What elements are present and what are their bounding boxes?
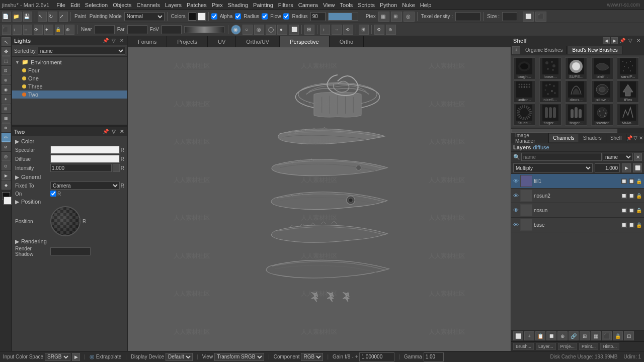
diffuse-swatch[interactable] [50, 155, 120, 163]
menu-painting[interactable]: Painting [251, 2, 275, 8]
tool-b2[interactable]: ⊡ [2, 66, 11, 75]
tab-brads-brushes[interactable]: Brad's New Brushes [568, 46, 622, 54]
position-reset[interactable]: R [83, 219, 86, 224]
component-dropdown[interactable]: RGB [301, 353, 323, 361]
menu-patches[interactable]: Patches [185, 2, 209, 8]
tool-a3[interactable]: ↔ [23, 25, 32, 35]
layer-nosun[interactable]: 👁 nosun 🔲 🔲 🔒 [511, 203, 644, 218]
tool-b14[interactable]: ◆ [2, 180, 11, 190]
save-btn[interactable]: 💾 [23, 12, 32, 22]
tree-item-one[interactable]: One [12, 74, 127, 82]
tab-image-manager[interactable]: Image Manager [511, 132, 549, 145]
view-btn1[interactable]: ◉ [231, 25, 241, 35]
blend-opts-btn[interactable]: ▶ [622, 163, 631, 172]
scale-btn[interactable]: ⤢ [59, 12, 68, 22]
tree-item-two[interactable]: Two [12, 90, 127, 99]
tool-b13[interactable]: ▶ [2, 171, 11, 180]
tab-ortho-uv[interactable]: Ortho/UV [236, 36, 280, 47]
rm-pin[interactable]: 📌 [626, 135, 632, 142]
color-space-dropdown[interactable]: SRGB [45, 353, 70, 361]
color-swatch-white[interactable] [198, 13, 206, 21]
fov-input[interactable] [162, 25, 182, 34]
histo-label-btn[interactable]: Histo... [600, 343, 619, 350]
brush-birdf[interactable]: birdf... [591, 57, 613, 79]
near-input[interactable] [95, 25, 115, 34]
layers-search-input[interactable] [521, 153, 602, 161]
color-swatch-black[interactable] [188, 13, 196, 21]
ptex-btn2[interactable]: ⊞ [391, 12, 402, 22]
tree-item-four[interactable]: Four [12, 66, 127, 74]
render-shadow-input[interactable] [50, 247, 91, 255]
rm-close[interactable]: ✕ [638, 135, 644, 142]
new-btn[interactable]: 📄 [2, 12, 11, 22]
menu-filters[interactable]: Filters [276, 2, 295, 8]
layer-tool-10[interactable]: 🔒 [613, 331, 623, 340]
gamma-input[interactable] [424, 352, 444, 361]
two-expand-btn[interactable]: ▽ [110, 128, 117, 135]
tool-a2[interactable]: ↕ [13, 25, 22, 35]
layer-eye-nosun[interactable]: 👁 [513, 207, 519, 213]
layer-label-btn[interactable]: Layer... [536, 343, 556, 350]
menu-ptex[interactable]: Ptex [210, 2, 225, 8]
brush-trex[interactable]: tRex [617, 80, 639, 103]
layer-tool-8[interactable]: ▦ [591, 331, 601, 340]
tool-b11[interactable]: ◎ [2, 152, 11, 161]
layer-tool-11[interactable]: ⊡ [624, 331, 634, 340]
brush-nices[interactable]: niceS... [539, 80, 561, 103]
brush-tough[interactable]: tough... [513, 57, 535, 79]
texel-density-input[interactable] [455, 12, 480, 21]
diffuse-reset[interactable]: R [121, 156, 124, 162]
brush-sandp[interactable]: sandP... [617, 57, 639, 79]
tree-item-three[interactable]: Three [12, 82, 127, 90]
specular-swatch[interactable] [50, 146, 120, 154]
sort-dropdown[interactable]: name [38, 47, 125, 55]
tool-pan[interactable]: ✥ [2, 47, 11, 56]
on-checkbox[interactable] [50, 191, 56, 197]
intensity-reset[interactable]: R [121, 165, 124, 171]
display-dropdown[interactable]: Default [166, 353, 193, 361]
view-btn3[interactable]: ◎ [254, 25, 264, 35]
far-input[interactable] [127, 25, 147, 34]
shelf-expand[interactable]: ▽ [627, 37, 634, 44]
position-sphere[interactable] [50, 206, 80, 236]
tab-projects[interactable]: Projects [167, 36, 208, 47]
brush-supe[interactable]: SUPE... [565, 57, 587, 79]
gain-icon-minus[interactable]: - [352, 354, 353, 359]
menu-help[interactable]: Help [418, 2, 434, 8]
menu-camera[interactable]: Camera [296, 2, 320, 8]
rotate-btn[interactable]: ↻ [48, 12, 57, 22]
ptex-btn1[interactable]: ▦ [378, 12, 389, 22]
tool-b9[interactable]: ✏ [2, 133, 11, 142]
blend-expand-btn[interactable]: ⬜ [633, 163, 642, 172]
tab-organic-brushes[interactable]: Organic Brushes [521, 46, 567, 54]
layers-sort-select[interactable]: name [603, 153, 633, 161]
layer-tool-1[interactable]: ⬜ [513, 331, 523, 340]
paint-label-btn[interactable]: Paint... [579, 343, 598, 350]
layer-nosun2[interactable]: 👁 nosun2 🔲 🔲 🔒 [511, 189, 644, 203]
menu-edit[interactable]: Edit [68, 2, 82, 8]
extrapolate-label[interactable]: Extrapolate [96, 354, 122, 359]
tool-b1[interactable]: ⬚ [2, 56, 11, 65]
view-btn5[interactable]: ● [277, 25, 287, 35]
two-close-btn[interactable]: ✕ [118, 128, 125, 135]
tool-a6[interactable]: 🔒 [55, 25, 64, 35]
menu-tools[interactable]: Tools [338, 2, 355, 8]
flow-checkbox[interactable] [262, 13, 268, 20]
intensity-slider[interactable] [113, 164, 120, 172]
tab-channels[interactable]: Channels [549, 134, 579, 142]
rm-expand[interactable]: ▽ [632, 135, 638, 142]
brush-stucc[interactable]: Stucc... [513, 104, 535, 126]
view-transform-dropdown[interactable]: Transform SRGB [214, 353, 264, 361]
settings-btn1[interactable]: ⚙ [374, 25, 384, 35]
menu-objects[interactable]: Objects [111, 2, 133, 8]
transform-btn3[interactable]: ⟲ [343, 25, 353, 35]
layer-eye-nosun2[interactable]: 👁 [513, 193, 519, 199]
tab-perspective[interactable]: Perspective [280, 36, 329, 47]
color-bg[interactable] [4, 197, 12, 205]
two-pin-btn[interactable]: 📌 [102, 128, 109, 135]
brush-mran[interactable]: MrAn... [617, 104, 639, 126]
brush-unifor[interactable]: unifor... [513, 80, 535, 103]
tool-a5[interactable]: ✦ [44, 25, 53, 35]
shelf-prev[interactable]: ◀ [603, 37, 610, 44]
gain-icon-plus[interactable]: + [355, 354, 358, 359]
